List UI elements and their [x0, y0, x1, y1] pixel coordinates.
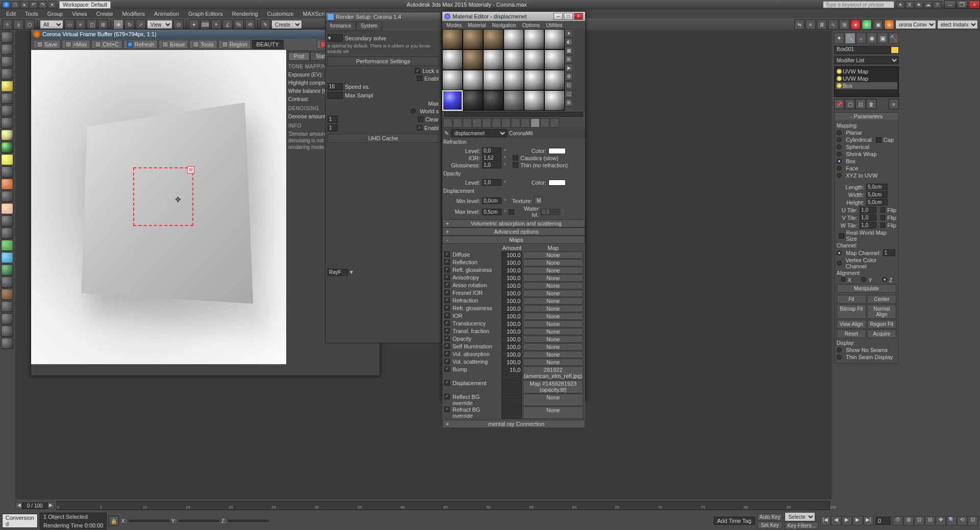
rollout-vas[interactable]: +Volumetric absorption and scattering [442, 219, 585, 228]
sample-slot-22[interactable] [504, 90, 524, 111]
vfb-render-view[interactable]: ⊠ ✥ [31, 50, 286, 364]
menu-tools[interactable]: Tools [21, 10, 42, 18]
map-slot-4[interactable]: None [523, 282, 583, 289]
sample-slot-14[interactable] [463, 70, 483, 90]
vfb-region-button[interactable]: Region [218, 40, 251, 49]
tl-prev[interactable]: ◀ [15, 502, 22, 509]
map-slot-6[interactable]: None [523, 297, 583, 305]
caustics-check[interactable] [513, 155, 518, 161]
opacity-level-field[interactable]: 1,0 [482, 179, 501, 186]
opacity-color-swatch[interactable] [548, 180, 566, 186]
named-selection-dropdown[interactable]: Create Sel [271, 20, 302, 29]
menu-create[interactable]: Create [92, 10, 117, 18]
rs-dropdown-1[interactable]: ▾ [328, 34, 343, 42]
me-close[interactable]: × [574, 13, 583, 20]
maxscript-listener[interactable]: Conversion d [2, 514, 38, 528]
lock-selection-icon[interactable]: 🔒 [109, 516, 119, 526]
map-slot-13[interactable]: None [523, 351, 583, 358]
pin-stack-icon[interactable]: 📌 [834, 99, 844, 109]
rayf-arrow-icon[interactable]: ▾ [350, 269, 353, 275]
curve-editor-icon[interactable]: ∿ [828, 19, 838, 30]
refr-gloss-field[interactable]: 1,0 [482, 162, 501, 168]
vp-nav-4-icon[interactable]: ✥ [936, 516, 946, 525]
sample-slot-9[interactable] [483, 49, 504, 70]
me-side-background-icon[interactable]: ▦ [565, 46, 573, 55]
vfb-tomax-button[interactable]: >Max [62, 40, 90, 49]
make-unique-icon[interactable]: ⊡ [856, 99, 866, 109]
material-name-field[interactable]: displacmenet [451, 129, 507, 137]
left-tool-6[interactable] [1, 93, 13, 104]
left-tool-2[interactable] [1, 44, 13, 55]
exchange-icon[interactable]: X [906, 1, 914, 8]
map-slot-17[interactable]: None [523, 394, 583, 406]
maptype-cylindrical-radio[interactable] [837, 137, 842, 142]
bitmapfit-button[interactable]: Bitmap Fit [837, 305, 866, 319]
maptype-planar-radio[interactable] [837, 130, 842, 135]
me-put-library-icon[interactable] [501, 118, 511, 128]
map-check-6[interactable] [444, 297, 450, 303]
left-tool-18[interactable] [1, 240, 13, 251]
map-amount-7[interactable]: 100,0 [501, 305, 522, 312]
left-tool-24[interactable] [1, 313, 13, 324]
me-go-forward-icon[interactable] [550, 118, 559, 128]
z-field[interactable] [228, 520, 269, 522]
map-check-0[interactable] [444, 251, 450, 257]
disp-tex-button[interactable]: M [534, 196, 542, 205]
cloud-icon[interactable]: ☁ [924, 1, 932, 8]
bulb-icon[interactable] [837, 76, 842, 81]
left-tool-5[interactable] [1, 81, 13, 92]
left-tool-8[interactable] [1, 117, 13, 129]
rollout-maps[interactable]: -Maps [442, 236, 585, 244]
sample-slot-13[interactable] [442, 70, 463, 90]
modifier-list-dropdown[interactable]: Modifier List [834, 56, 899, 64]
help-search-input[interactable] [823, 1, 894, 8]
map-slot-3[interactable]: None [523, 274, 583, 282]
vp-nav-5-icon[interactable]: 🔍 [946, 516, 957, 525]
map-slot-7[interactable]: None [523, 305, 583, 312]
map-slot-16[interactable]: Map #1459281923 (opacity.tif) [523, 380, 583, 393]
map-slot-5[interactable]: None [523, 290, 583, 297]
left-tool-25[interactable] [1, 325, 13, 337]
new-icon[interactable]: □ [11, 1, 19, 8]
map-check-13[interactable] [444, 351, 450, 357]
restore-button[interactable]: ❐ [957, 1, 968, 9]
map-amount-3[interactable]: 100,0 [501, 274, 522, 282]
sample-slot-12[interactable] [544, 49, 565, 70]
modify-tab-icon[interactable]: 🔧 [845, 33, 855, 44]
thin-check[interactable] [513, 162, 518, 168]
current-frame-field[interactable]: 0 [875, 517, 891, 525]
remove-modifier-icon[interactable]: 🗑 [866, 99, 876, 109]
rs-uhd-header[interactable]: UHD Cache [328, 134, 439, 143]
menu-rendering[interactable]: Rendering [228, 10, 262, 18]
maptype-face-radio[interactable] [837, 166, 842, 171]
y-field[interactable] [179, 520, 219, 522]
workspace-dropdown[interactable]: Workspace: Default [59, 1, 111, 9]
sample-slot-10[interactable] [504, 49, 524, 70]
sample-slot-8[interactable] [463, 49, 483, 70]
bind-icon[interactable]: ⬡ [24, 19, 35, 30]
key-filter-dropdown[interactable]: Selected [785, 512, 815, 521]
map-check-3[interactable] [444, 274, 450, 280]
rs-titlebar[interactable]: Render Setup: Corona 1.4 [325, 12, 441, 21]
redo-icon[interactable]: ↷ [39, 1, 47, 8]
play-icon[interactable]: ▶ [842, 516, 852, 525]
left-tool-21[interactable] [1, 276, 13, 288]
map-amount-12[interactable]: 100,0 [501, 343, 522, 350]
me-menu-utilities[interactable]: Utilities [543, 22, 565, 29]
me-put-material-icon[interactable] [453, 118, 462, 128]
next-frame-icon[interactable]: ▶ [852, 516, 863, 525]
map-slot-11[interactable]: None [523, 336, 583, 343]
align-y-radio[interactable] [861, 277, 866, 282]
me-menu-options[interactable]: Options [519, 22, 543, 29]
wflip-check[interactable] [881, 222, 885, 228]
rs-tab-performance[interactable]: formance [325, 21, 356, 31]
map-amount-14[interactable]: 100,0 [501, 359, 522, 366]
vp-nav-2-icon[interactable]: ⊡ [914, 516, 924, 525]
map-amount-9[interactable]: 100,0 [501, 320, 522, 327]
keyboard-icon[interactable]: ⌨ [200, 19, 210, 30]
rs-spin-1[interactable]: 16 [328, 83, 343, 90]
reset-button[interactable]: Reset [837, 330, 866, 338]
me-side-select-icon[interactable]: ⊡ [565, 81, 573, 89]
render-icon[interactable]: ● [884, 19, 894, 30]
maptype-xyz-to-uvw-radio[interactable] [837, 173, 842, 178]
